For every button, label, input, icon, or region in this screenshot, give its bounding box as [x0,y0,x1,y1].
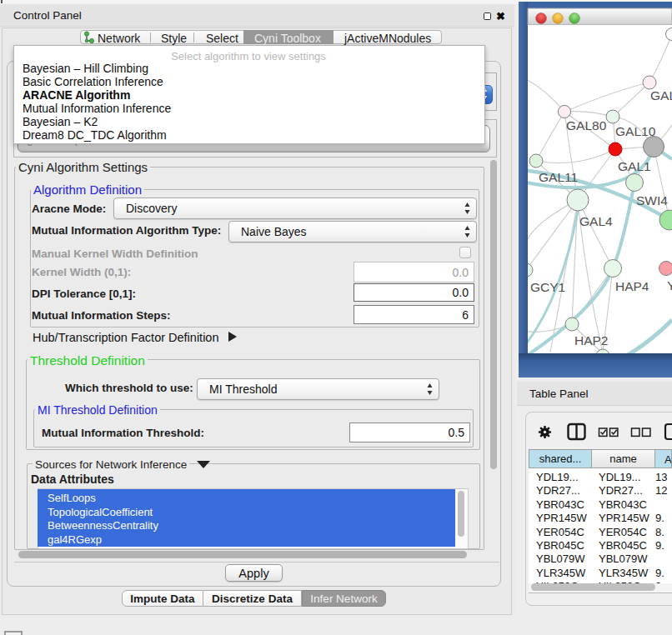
svg-text:GCY1: GCY1 [530,280,565,294]
svg-text:HAP4: HAP4 [615,279,649,293]
svg-text:GAL11: GAL11 [539,170,578,184]
svg-text:GAL8: GAL8 [650,88,672,102]
svg-text:GAL10: GAL10 [615,124,656,138]
svg-text:HAP2: HAP2 [574,333,609,348]
svg-text:SWI4: SWI4 [636,193,668,208]
svg-text:GAL4: GAL4 [579,214,613,228]
svg-text:GAL80: GAL80 [566,118,607,132]
svg-text:GAL1: GAL1 [618,159,651,173]
svg-text:Y: Y [667,278,672,292]
